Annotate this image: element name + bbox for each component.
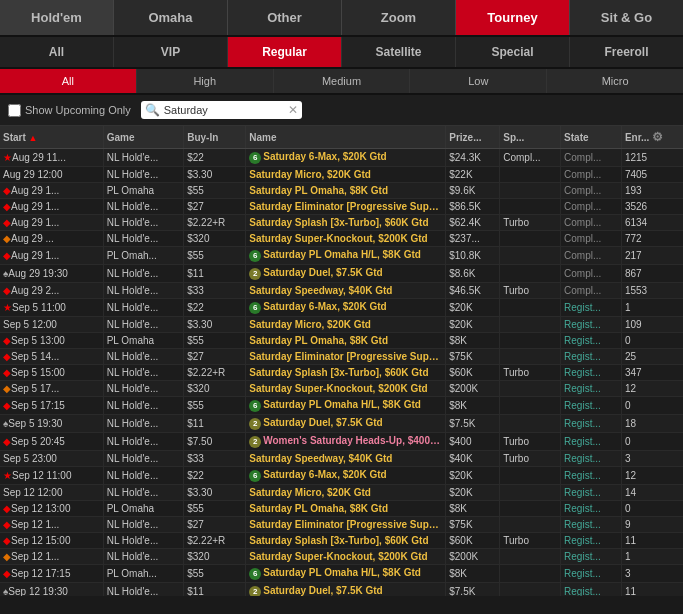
table-row[interactable]: ◆Sep 12 1... NL Hold'e... $320 Saturday …: [0, 549, 683, 565]
cell-speed: Turbo: [500, 451, 561, 467]
table-row[interactable]: ◆Sep 12 1... NL Hold'e... $27 Saturday E…: [0, 517, 683, 533]
table-row[interactable]: Sep 5 23:00 NL Hold'e... $33 Saturday Sp…: [0, 451, 683, 467]
tab-special[interactable]: Special: [456, 37, 570, 67]
tab-low[interactable]: Low: [410, 69, 547, 93]
col-game[interactable]: Game: [103, 126, 184, 149]
cell-prize: $7.5K: [446, 415, 500, 433]
cell-speed: [500, 549, 561, 565]
cell-name: Saturday Splash [3x-Turbo], $60K Gtd: [246, 533, 446, 549]
cell-speed: Turbo: [500, 365, 561, 381]
tab-all-stakes[interactable]: All: [0, 69, 137, 93]
cell-state: Regist...: [561, 501, 622, 517]
table-row[interactable]: ★Sep 12 11:00 NL Hold'e... $22 6Saturday…: [0, 467, 683, 485]
tab-micro[interactable]: Micro: [547, 69, 683, 93]
cell-game: PL Omaha: [103, 333, 184, 349]
tab-regular[interactable]: Regular: [228, 37, 342, 67]
table-row[interactable]: ◆Aug 29 1... PL Omah... $55 6Saturday PL…: [0, 247, 683, 265]
cell-prize: $62.4K: [446, 215, 500, 231]
table-row[interactable]: ★Sep 5 11:00 NL Hold'e... $22 6Saturday …: [0, 299, 683, 317]
cell-start: ◆Sep 12 1...: [0, 517, 103, 533]
cell-state: Regist...: [561, 333, 622, 349]
tab-zoom[interactable]: Zoom: [342, 0, 456, 35]
table-row[interactable]: ◆Sep 12 13:00 PL Omaha $55 Saturday PL O…: [0, 501, 683, 517]
table-row[interactable]: ◆Aug 29 1... PL Omaha $55 Saturday PL Om…: [0, 183, 683, 199]
cell-start: ◆Aug 29 1...: [0, 247, 103, 265]
cell-enr: 12: [621, 467, 683, 485]
cell-enr: 18: [621, 415, 683, 433]
col-enr[interactable]: Enr... ⚙: [621, 126, 683, 149]
table-row[interactable]: ◆Sep 5 20:45 NL Hold'e... $7.50 2Women's…: [0, 433, 683, 451]
cell-enr: 0: [621, 397, 683, 415]
diamond-red-icon: ◆: [3, 535, 11, 546]
cell-enr: 7405: [621, 167, 683, 183]
table-row[interactable]: ★Aug 29 11... NL Hold'e... $22 6Saturday…: [0, 149, 683, 167]
tab-vip[interactable]: VIP: [114, 37, 228, 67]
table-row[interactable]: ◆Aug 29 1... NL Hold'e... $27 Saturday E…: [0, 199, 683, 215]
col-state[interactable]: State: [561, 126, 622, 149]
cell-buyin: $320: [184, 231, 246, 247]
table-row[interactable]: ◆Sep 5 14... NL Hold'e... $27 Saturday E…: [0, 349, 683, 365]
tab-omaha[interactable]: Omaha: [114, 0, 228, 35]
table-row[interactable]: ◆Aug 29 2... NL Hold'e... $33 Saturday S…: [0, 283, 683, 299]
table-row[interactable]: ◆Sep 5 17:15 NL Hold'e... $55 6Saturday …: [0, 397, 683, 415]
col-name[interactable]: Name: [246, 126, 446, 149]
cell-buyin: $2.22+R: [184, 365, 246, 381]
show-upcoming-label[interactable]: Show Upcoming Only: [8, 104, 131, 117]
cell-start: ◆Sep 5 17:15: [0, 397, 103, 415]
table-row[interactable]: ◆Sep 5 13:00 PL Omaha $55 Saturday PL Om…: [0, 333, 683, 349]
search-input[interactable]: [164, 104, 284, 116]
table-row[interactable]: ◆Sep 5 17... NL Hold'e... $320 Saturday …: [0, 381, 683, 397]
table-row[interactable]: ◆Sep 5 15:00 NL Hold'e... $2.22+R Saturd…: [0, 365, 683, 381]
tab-holdem[interactable]: Hold'em: [0, 0, 114, 35]
cell-prize: $8K: [446, 565, 500, 583]
cell-buyin: $27: [184, 517, 246, 533]
cell-enr: 1553: [621, 283, 683, 299]
cell-enr: 12: [621, 381, 683, 397]
cell-start: Sep 12 12:00: [0, 485, 103, 501]
tab-high[interactable]: High: [137, 69, 274, 93]
cell-game: NL Hold'e...: [103, 415, 184, 433]
table-row[interactable]: ♠Aug 29 19:30 NL Hold'e... $11 2Saturday…: [0, 265, 683, 283]
cell-name: 2Saturday Duel, $7.5K Gtd: [246, 583, 446, 597]
star-icon: ★: [3, 152, 12, 163]
table-row[interactable]: ♠Sep 12 19:30 NL Hold'e... $11 2Saturday…: [0, 583, 683, 597]
table-row[interactable]: Sep 12 12:00 NL Hold'e... $3.30 Saturday…: [0, 485, 683, 501]
table-row[interactable]: Sep 5 12:00 NL Hold'e... $3.30 Saturday …: [0, 317, 683, 333]
tab-tourney[interactable]: Tourney: [456, 0, 570, 35]
table-row[interactable]: ◆Sep 12 15:00 NL Hold'e... $2.22+R Satur…: [0, 533, 683, 549]
table-row[interactable]: ◆Aug 29 ... NL Hold'e... $320 Saturday S…: [0, 231, 683, 247]
cell-buyin: $33: [184, 451, 246, 467]
cell-start: ★Sep 5 11:00: [0, 299, 103, 317]
tab-all[interactable]: All: [0, 37, 114, 67]
cell-name: Saturday Eliminator [Progressive Super-.…: [246, 517, 446, 533]
cell-speed: [500, 467, 561, 485]
cell-prize: $400: [446, 433, 500, 451]
show-upcoming-checkbox[interactable]: [8, 104, 21, 117]
cell-buyin: $55: [184, 501, 246, 517]
col-prize[interactable]: Prize...: [446, 126, 500, 149]
cell-name: Saturday Eliminator [Progressive Super-.…: [246, 199, 446, 215]
cell-start: ◆Aug 29 1...: [0, 183, 103, 199]
table-row[interactable]: Aug 29 12:00 NL Hold'e... $3.30 Saturday…: [0, 167, 683, 183]
col-buyin[interactable]: Buy-In: [184, 126, 246, 149]
tab-sitgo[interactable]: Sit & Go: [570, 0, 683, 35]
cell-enr: 109: [621, 317, 683, 333]
tab-medium[interactable]: Medium: [274, 69, 411, 93]
cell-prize: $75K: [446, 349, 500, 365]
tab-satellite[interactable]: Satellite: [342, 37, 456, 67]
table-row[interactable]: ◆Aug 29 1... NL Hold'e... $2.22+R Saturd…: [0, 215, 683, 231]
tab-freeroll[interactable]: Freeroll: [570, 37, 683, 67]
cell-buyin: $11: [184, 583, 246, 597]
tab-other[interactable]: Other: [228, 0, 342, 35]
cell-enr: 9: [621, 517, 683, 533]
table-row[interactable]: ♠Sep 5 19:30 NL Hold'e... $11 2Saturday …: [0, 415, 683, 433]
cell-name: Saturday Micro, $20K Gtd: [246, 167, 446, 183]
clear-search-icon[interactable]: ✕: [288, 103, 298, 117]
settings-icon[interactable]: ⚙: [652, 130, 663, 144]
table-row[interactable]: ◆Sep 12 17:15 PL Omah... $55 6Saturday P…: [0, 565, 683, 583]
col-start[interactable]: Start ▲: [0, 126, 103, 149]
cell-start: ◆Aug 29 1...: [0, 215, 103, 231]
col-speed[interactable]: Sp...: [500, 126, 561, 149]
cell-state: Compl...: [561, 247, 622, 265]
cell-enr: 3: [621, 451, 683, 467]
